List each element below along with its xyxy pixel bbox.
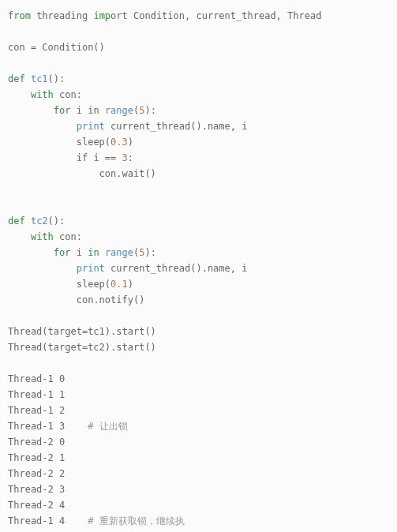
print-args: current_thread().name, i — [110, 121, 247, 132]
colon: : — [128, 152, 133, 163]
output-line: Thread-2 0 — [8, 436, 65, 448]
builtin-range: range — [105, 247, 133, 258]
thread-start-1: Thread(target=tc1).start() — [8, 326, 156, 337]
loop-var: i — [77, 105, 82, 116]
builtin-range: range — [105, 105, 133, 116]
keyword-with: with — [31, 231, 54, 242]
keyword-for: for — [54, 105, 71, 116]
func-name-tc2: tc2 — [31, 215, 48, 227]
builtin-print: print — [77, 121, 105, 132]
output-line: Thread-2 2 — [8, 468, 65, 479]
func-sig: (): — [48, 73, 66, 84]
with-expr: con: — [59, 89, 82, 100]
keyword-in: in — [88, 105, 99, 116]
if-cond: i == — [93, 152, 116, 163]
paren-close: ) — [128, 279, 133, 290]
keyword-def: def — [8, 73, 25, 84]
print-args: current_thread().name, i — [110, 263, 247, 274]
paren-close: ): — [144, 105, 155, 116]
code-block: from threading import Condition, current… — [8, 8, 389, 529]
output-line: Thread-1 4 — [8, 515, 65, 526]
comment: # 让出锁 — [88, 421, 127, 432]
loop-var: i — [77, 247, 82, 258]
output-line: Thread-2 3 — [8, 484, 65, 495]
number-literal: 3 — [122, 152, 128, 163]
output-line: Thread-2 1 — [8, 452, 65, 463]
keyword-in: in — [88, 247, 99, 258]
notify-call: con.notify() — [77, 294, 145, 305]
module-name: threading — [36, 10, 88, 21]
thread-start-2: Thread(target=tc2).start() — [8, 342, 156, 353]
comment: # 重新获取锁，继续执 — [88, 515, 184, 526]
code-line: con = Condition() — [8, 42, 105, 53]
sleep-call: sleep( — [77, 279, 110, 290]
import-names: Condition, current_thread, Thread — [133, 10, 321, 21]
output-line: Thread-1 0 — [8, 373, 65, 384]
keyword-def: def — [8, 215, 25, 227]
func-name-tc1: tc1 — [31, 73, 48, 84]
output-line: Thread-2 4 — [8, 500, 65, 511]
output-line: Thread-1 2 — [8, 405, 65, 416]
keyword-import: import — [93, 10, 127, 21]
paren-close: ) — [128, 137, 133, 148]
output-line: Thread-1 3 — [8, 421, 65, 432]
func-sig: (): — [48, 215, 66, 227]
builtin-print: print — [77, 263, 105, 274]
number-literal: 0.1 — [110, 279, 128, 290]
number-literal: 0.3 — [110, 137, 128, 148]
sleep-call: sleep( — [77, 137, 110, 148]
keyword-if: if — [77, 152, 88, 163]
keyword-with: with — [31, 89, 54, 100]
output-line: Thread-1 1 — [8, 389, 65, 400]
keyword-from: from — [8, 10, 31, 21]
wait-call: con.wait() — [99, 168, 156, 179]
paren-close: ): — [144, 247, 155, 258]
keyword-for: for — [54, 247, 71, 258]
with-expr: con: — [59, 231, 82, 242]
